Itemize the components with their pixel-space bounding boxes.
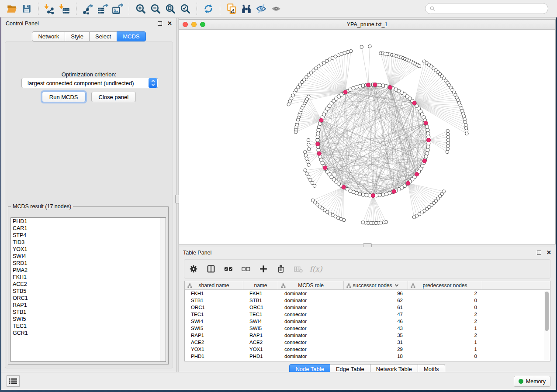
tab-network[interactable]: Network (32, 31, 65, 41)
zoom-in-icon[interactable] (133, 2, 148, 16)
task-history-button[interactable] (7, 375, 20, 387)
mcds-result-item[interactable]: PHD1 (11, 218, 166, 225)
tab-select[interactable]: Select (89, 31, 117, 41)
mcds-result-item[interactable]: SWI4 (11, 253, 166, 260)
table-cell[interactable]: 2 (408, 333, 482, 338)
zoom-out-icon[interactable] (148, 2, 163, 16)
criterion-dropdown[interactable]: largest connected component (undirected) (21, 78, 158, 88)
table-cell[interactable]: 96 (344, 291, 408, 296)
table-cell[interactable]: connector (278, 312, 344, 317)
table-cell[interactable]: dominator (278, 305, 344, 310)
zoom-selected-icon[interactable] (178, 2, 193, 16)
mcds-result-item[interactable]: TID3 (11, 239, 166, 246)
mcds-result-item[interactable]: STB1 (11, 309, 166, 316)
table-row[interactable]: ORC1ORC1dominator610 (185, 304, 550, 311)
hide-selected-eye-slash-icon[interactable] (254, 2, 269, 16)
table-cell[interactable]: ORC1 (185, 305, 243, 310)
mcds-result-item[interactable]: GCR1 (11, 330, 166, 337)
export-network-icon[interactable] (80, 2, 95, 16)
table-cell[interactable]: TEC1 (185, 312, 243, 317)
column-header-predecessor-nodes[interactable]: predecessor nodes (408, 281, 482, 289)
mcds-result-item[interactable]: CAR1 (11, 225, 166, 232)
table-cell[interactable]: dominator (278, 319, 344, 324)
export-table-icon[interactable] (95, 2, 110, 16)
table-cell[interactable]: 2 (408, 291, 482, 296)
table-cell[interactable]: RAP1 (243, 333, 278, 338)
table-cell[interactable]: 0 (408, 298, 482, 303)
save-session-icon[interactable] (19, 2, 34, 16)
deselect-all-icon[interactable] (240, 263, 252, 275)
table-cell[interactable]: 62 (344, 298, 408, 303)
table-row[interactable]: STB1STB1dominator620 (185, 297, 550, 304)
export-image-icon[interactable] (110, 2, 125, 16)
table-row[interactable]: ACE2ACE2connector311 (185, 339, 550, 346)
table-cell[interactable]: 0 (408, 305, 482, 310)
table-cell[interactable]: PHD1 (185, 354, 243, 359)
delete-column-trash-icon[interactable] (275, 263, 287, 275)
table-cell[interactable]: PHD1 (243, 354, 278, 359)
table-cell[interactable]: dominator (278, 298, 344, 303)
table-cell[interactable]: dominator (278, 291, 344, 296)
import-network-icon[interactable] (42, 2, 57, 16)
select-all-icon[interactable] (223, 263, 234, 275)
refresh-layout-icon[interactable] (201, 2, 216, 16)
tab-mcds[interactable]: MCDS (117, 31, 145, 41)
import-table-icon[interactable] (57, 2, 72, 16)
zoom-fit-icon[interactable] (163, 2, 178, 16)
table-scrollbar-thumb[interactable] (545, 292, 549, 331)
table-cell[interactable]: 1 (408, 340, 482, 345)
open-session-icon[interactable] (4, 2, 19, 16)
table-row[interactable]: YOX1YOX1connector291 (185, 346, 550, 353)
mcds-result-item[interactable]: SWI5 (11, 316, 166, 323)
column-header-name[interactable]: name (243, 281, 278, 289)
show-columns-icon[interactable] (205, 263, 217, 275)
table-cell[interactable]: 0 (408, 354, 482, 359)
find-icon[interactable] (239, 2, 254, 16)
table-cell[interactable]: RAP1 (185, 333, 243, 338)
table-row[interactable]: FKH1FKH1dominator962 (185, 290, 550, 297)
table-cell[interactable]: FKH1 (185, 291, 243, 296)
network-graph-canvas[interactable] (179, 30, 555, 244)
mcds-result-item[interactable]: FKH1 (11, 274, 166, 281)
close-panel-icon[interactable]: ✕ (167, 21, 172, 26)
run-mcds-button[interactable]: Run MCDS (42, 92, 86, 102)
table-cell[interactable]: 46 (344, 319, 408, 324)
add-column-plus-icon[interactable] (258, 263, 269, 275)
table-cell[interactable]: ACE2 (243, 340, 278, 345)
close-table-panel-icon[interactable]: ✕ (547, 251, 551, 255)
column-header-MCDS-role[interactable]: MCDS role (278, 281, 344, 289)
table-cell[interactable]: connector (278, 340, 344, 345)
table-cell[interactable]: SWI5 (243, 326, 278, 331)
table-row[interactable]: SWI5SWI5connector431 (185, 325, 550, 332)
clone-network-icon[interactable] (224, 2, 239, 16)
mcds-result-list[interactable]: PHD1CAR1STP4TID3YOX1SWI4SRD1PMA2FKH1ACE2… (10, 217, 166, 362)
table-settings-gear-icon[interactable] (188, 263, 199, 275)
memory-button[interactable]: Memory (514, 376, 550, 387)
table-cell[interactable]: 31 (344, 340, 408, 345)
mcds-result-item[interactable]: RAP1 (11, 302, 166, 309)
tab-style[interactable]: Style (65, 31, 90, 41)
show-all-eye-icon[interactable] (269, 2, 284, 16)
mcds-result-item[interactable]: ORC1 (11, 295, 166, 302)
column-header-shared-name[interactable]: shared name (185, 281, 243, 289)
table-cell[interactable]: ACE2 (185, 340, 243, 345)
table-cell[interactable]: SWI5 (185, 326, 243, 331)
list-scrollbar[interactable] (160, 218, 166, 361)
table-cell[interactable]: 1 (408, 347, 482, 352)
search-input[interactable] (438, 6, 544, 12)
close-panel-button[interactable]: Close panel (91, 92, 136, 102)
table-cell[interactable]: YOX1 (185, 347, 243, 352)
mcds-result-item[interactable]: SRD1 (11, 260, 166, 267)
mcds-result-item[interactable]: STB5 (11, 288, 166, 295)
table-cell[interactable]: TEC1 (243, 312, 278, 317)
table-scrollbar[interactable] (544, 291, 549, 360)
mcds-result-item[interactable]: TEC1 (11, 323, 166, 330)
mcds-result-item[interactable]: ACE2 (11, 281, 166, 288)
table-cell[interactable]: 47 (344, 312, 408, 317)
table-row[interactable]: PHD1PHD1dominator180 (185, 353, 550, 360)
column-header-successor-nodes[interactable]: successor nodes (344, 281, 408, 289)
table-row[interactable]: SWI4SWI4dominator462 (185, 318, 550, 325)
mcds-result-item[interactable]: PMA2 (11, 267, 166, 274)
table-cell[interactable]: 61 (344, 305, 408, 310)
table-cell[interactable]: STB1 (243, 298, 278, 303)
